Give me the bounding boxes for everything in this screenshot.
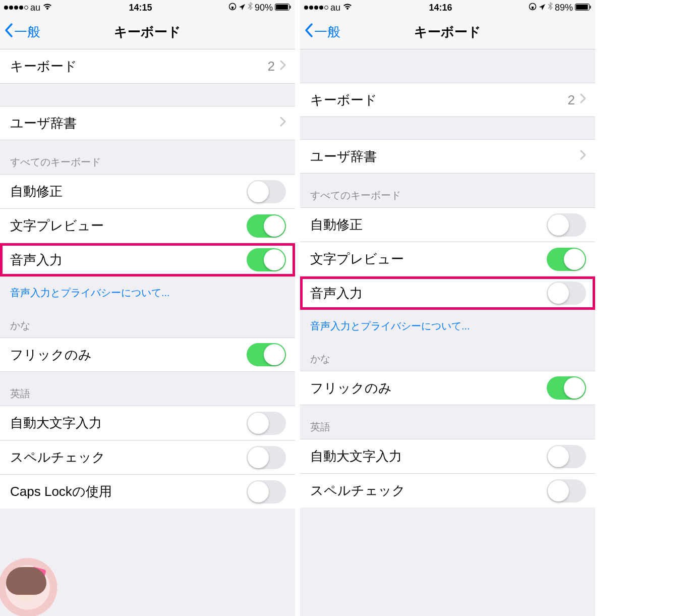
chevron-right-icon	[580, 150, 586, 163]
row-user-dictionary[interactable]: ユーザ辞書	[300, 139, 595, 174]
row-label: スペルチェック	[10, 449, 247, 466]
settings-content[interactable]: キーボード 2 ユーザ辞書 すべてのキーボード 自動修正 文字プレビュー 音声入…	[300, 49, 595, 616]
toggle-flick-only[interactable]	[247, 343, 286, 366]
row-label: 自動大文字入力	[310, 447, 547, 465]
row-dictation[interactable]: 音声入力	[300, 276, 595, 310]
section-header-kana: かな	[0, 304, 295, 338]
row-capslock[interactable]: Caps Lockの使用	[0, 474, 295, 509]
back-button[interactable]: 一般	[300, 23, 340, 41]
toggle-autocap[interactable]	[247, 412, 286, 435]
bluetooth-icon	[248, 3, 253, 13]
row-label: 文字プレビュー	[10, 217, 247, 235]
battery-percent: 90%	[255, 3, 273, 13]
toggle-dictation[interactable]	[547, 282, 586, 305]
toggle-autocap[interactable]	[547, 445, 586, 468]
back-label: 一般	[314, 23, 340, 41]
row-label: Caps Lockの使用	[10, 483, 247, 500]
row-spellcheck[interactable]: スペルチェック	[300, 473, 595, 508]
row-label: 音声入力	[310, 285, 547, 302]
toggle-autocorrect[interactable]	[247, 180, 286, 203]
section-header-english: 英語	[300, 405, 595, 439]
battery-icon	[575, 3, 591, 13]
chevron-left-icon	[304, 23, 313, 41]
row-autocorrect[interactable]: 自動修正	[300, 207, 595, 242]
row-label: 自動修正	[310, 216, 547, 234]
row-value: 2	[268, 59, 275, 74]
row-flick-only[interactable]: フリックのみ	[0, 338, 295, 372]
toggle-capslock[interactable]	[247, 480, 286, 503]
phone-left: au 14:15 90% 一般	[0, 0, 295, 616]
status-right: 89%	[529, 3, 591, 13]
row-label: キーボード	[310, 91, 568, 109]
toggle-spellcheck[interactable]	[247, 446, 286, 469]
row-label: 文字プレビュー	[310, 250, 547, 268]
wifi-icon	[342, 3, 353, 13]
status-time: 14:15	[129, 3, 152, 13]
battery-icon	[275, 3, 291, 13]
row-spellcheck[interactable]: スペルチェック	[0, 440, 295, 474]
row-label: キーボード	[10, 58, 268, 75]
toggle-char-preview[interactable]	[547, 248, 586, 271]
row-user-dictionary[interactable]: ユーザ辞書	[0, 106, 295, 140]
settings-content[interactable]: キーボード 2 ユーザ辞書 すべてのキーボード 自動修正 文字プレビュー 音声入…	[0, 49, 295, 616]
status-bar: au 14:16 89%	[300, 0, 595, 15]
row-dictation[interactable]: 音声入力	[0, 243, 295, 277]
row-value: 2	[568, 92, 575, 108]
row-label: フリックのみ	[310, 379, 547, 397]
svg-rect-3	[289, 6, 291, 9]
toggle-dictation[interactable]	[247, 248, 286, 271]
phone-right: au 14:16 89% 一般	[300, 0, 595, 616]
chevron-left-icon	[4, 23, 13, 41]
location-icon	[539, 3, 546, 13]
chevron-right-icon	[280, 60, 286, 73]
section-header-kana: かな	[300, 337, 595, 371]
nav-title: キーボード	[0, 23, 295, 41]
status-left: au	[304, 3, 353, 13]
row-label: フリックのみ	[10, 346, 247, 364]
row-keyboards[interactable]: キーボード 2	[300, 83, 595, 117]
status-left: au	[4, 3, 52, 13]
rotation-lock-icon	[228, 3, 237, 13]
toggle-autocorrect[interactable]	[547, 213, 586, 237]
toggle-flick-only[interactable]	[547, 376, 586, 400]
row-label: ユーザ辞書	[10, 115, 280, 132]
row-label: ユーザ辞書	[310, 148, 580, 165]
row-autocorrect[interactable]: 自動修正	[0, 174, 295, 208]
row-label: 音声入力	[10, 251, 247, 269]
dictation-privacy-link[interactable]: 音声入力とプライバシーについて...	[300, 310, 595, 337]
row-keyboards[interactable]: キーボード 2	[0, 49, 295, 84]
signal-dots-icon	[304, 6, 328, 10]
status-bar: au 14:15 90%	[0, 0, 295, 15]
section-header-english: 英語	[0, 372, 295, 406]
svg-rect-2	[276, 5, 288, 10]
chevron-right-icon	[280, 117, 286, 130]
carrier-label: au	[330, 3, 340, 13]
nav-bar: 一般 キーボード	[300, 15, 595, 49]
dictation-privacy-link[interactable]: 音声入力とプライバシーについて...	[0, 277, 295, 304]
back-button[interactable]: 一般	[0, 23, 40, 41]
status-right: 90%	[228, 3, 291, 13]
status-time: 14:16	[429, 3, 452, 13]
row-flick-only[interactable]: フリックのみ	[300, 371, 595, 405]
svg-rect-6	[576, 5, 588, 10]
signal-dots-icon	[4, 6, 28, 10]
chevron-right-icon	[580, 93, 586, 106]
toggle-char-preview[interactable]	[247, 214, 286, 238]
nav-title: キーボード	[300, 23, 595, 41]
rotation-lock-icon	[529, 3, 537, 13]
row-label: 自動大文字入力	[10, 414, 247, 432]
toggle-spellcheck[interactable]	[547, 479, 586, 502]
battery-percent: 89%	[555, 3, 573, 13]
bluetooth-icon	[548, 3, 553, 13]
carrier-label: au	[30, 3, 40, 13]
row-autocap[interactable]: 自動大文字入力	[300, 439, 595, 473]
section-header-all-keyboards: すべてのキーボード	[0, 140, 295, 174]
row-label: 自動修正	[10, 183, 247, 200]
location-icon	[239, 3, 246, 13]
row-char-preview[interactable]: 文字プレビュー	[0, 208, 295, 243]
back-label: 一般	[14, 23, 40, 41]
row-char-preview[interactable]: 文字プレビュー	[300, 242, 595, 276]
nav-bar: 一般 キーボード	[0, 15, 295, 49]
section-header-all-keyboards: すべてのキーボード	[300, 174, 595, 207]
row-autocap[interactable]: 自動大文字入力	[0, 406, 295, 440]
